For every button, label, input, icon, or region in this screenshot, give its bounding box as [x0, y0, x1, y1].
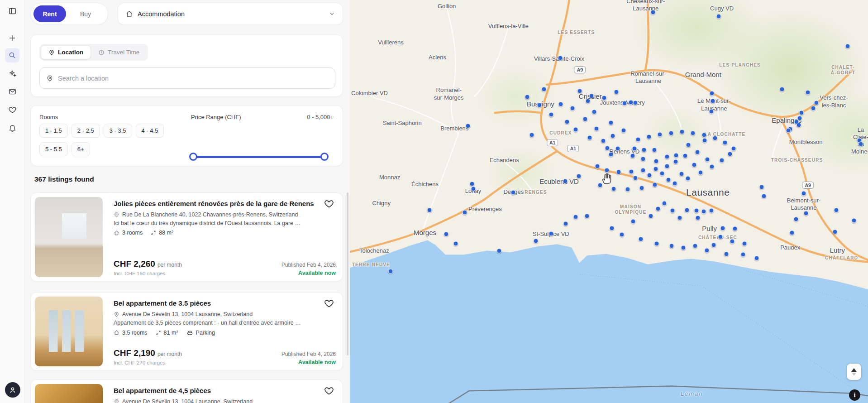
- listing-map-marker[interactable]: [673, 159, 678, 164]
- listing-map-marker[interactable]: [710, 98, 715, 103]
- listing-map-marker[interactable]: [672, 181, 677, 186]
- listing-map-marker[interactable]: [471, 187, 476, 192]
- listing-map-marker[interactable]: [789, 230, 794, 235]
- zoom-out-arrow[interactable]: [852, 373, 856, 376]
- zoom-in-arrow[interactable]: [851, 368, 857, 372]
- listing-map-marker[interactable]: [388, 269, 393, 273]
- listing-map-marker[interactable]: [834, 207, 839, 212]
- listing-map-marker[interactable]: [602, 96, 607, 101]
- listing-map-marker[interactable]: [641, 168, 646, 173]
- price-range-slider[interactable]: [191, 153, 327, 161]
- search-input[interactable]: [58, 75, 329, 82]
- listing-map-marker[interactable]: [620, 232, 625, 237]
- listing-map-marker[interactable]: [558, 101, 563, 106]
- listing-map-marker[interactable]: [679, 130, 684, 134]
- messages-mail-icon[interactable]: [5, 84, 19, 99]
- listing-map-marker[interactable]: [585, 214, 590, 219]
- rent-button[interactable]: Rent: [33, 5, 66, 22]
- listing-map-marker[interactable]: [696, 216, 701, 221]
- listing-map-marker[interactable]: [657, 132, 662, 137]
- listing-map-marker[interactable]: [720, 158, 725, 163]
- listing-map-marker[interactable]: [722, 140, 727, 145]
- listing-map-marker[interactable]: [610, 225, 615, 230]
- room-filter-chip[interactable]: 1 - 1.5: [39, 124, 68, 138]
- listing-map-marker[interactable]: [563, 178, 568, 183]
- listing-map-marker[interactable]: [709, 109, 714, 114]
- panel-toggle-icon[interactable]: [5, 4, 19, 18]
- listing-map-marker[interactable]: [582, 116, 587, 121]
- tab-location[interactable]: Location: [41, 45, 91, 59]
- user-avatar[interactable]: [5, 382, 20, 398]
- listing-map-marker[interactable]: [496, 248, 501, 253]
- listing-map-marker[interactable]: [806, 90, 811, 95]
- listing-map-marker[interactable]: [622, 101, 627, 106]
- listing-map-marker[interactable]: [653, 159, 658, 164]
- listing-map-marker[interactable]: [656, 206, 661, 211]
- listing-map-marker[interactable]: [616, 170, 621, 175]
- tab-travel-time[interactable]: Travel Time: [91, 45, 147, 59]
- listing-map-marker[interactable]: [631, 219, 636, 224]
- listing-card[interactable]: Bel appartement de 4,5 pièces Avenue De …: [30, 379, 343, 403]
- listing-map-marker[interactable]: [621, 128, 626, 133]
- listing-map-marker[interactable]: [639, 185, 644, 190]
- listing-map-marker[interactable]: [664, 154, 669, 159]
- room-filter-chip[interactable]: 2 - 2.5: [72, 124, 100, 138]
- slider-handle-min[interactable]: [189, 153, 197, 161]
- map-zoom-control[interactable]: [847, 364, 861, 380]
- listing-map-marker[interactable]: [594, 126, 599, 131]
- listing-map-marker[interactable]: [653, 166, 658, 171]
- listing-map-marker[interactable]: [525, 94, 529, 99]
- listing-map-marker[interactable]: [811, 106, 816, 111]
- favorite-heart-icon[interactable]: [324, 199, 334, 211]
- listing-map-marker[interactable]: [598, 183, 603, 188]
- listing-map-marker[interactable]: [652, 148, 657, 153]
- listing-map-marker[interactable]: [630, 153, 635, 158]
- listing-map-marker[interactable]: [742, 241, 747, 246]
- listing-map-marker[interactable]: [705, 157, 710, 162]
- listing-map-marker[interactable]: [692, 163, 697, 168]
- listing-map-marker[interactable]: [685, 207, 690, 212]
- listing-map-marker[interactable]: [601, 138, 606, 143]
- listing-map-marker[interactable]: [694, 208, 699, 213]
- listing-card[interactable]: Jolies pièces entièrement rénovées près …: [30, 192, 343, 282]
- listing-map-marker[interactable]: [695, 150, 700, 155]
- map-canvas[interactable]: GollionVufflens-la-VilleVullierensAclens…: [350, 0, 868, 403]
- listing-map-marker[interactable]: [713, 136, 718, 141]
- listing-map-marker[interactable]: [704, 248, 709, 253]
- listing-map-marker[interactable]: [589, 93, 594, 98]
- listing-map-marker[interactable]: [858, 141, 863, 146]
- listing-map-marker[interactable]: [759, 184, 764, 189]
- listing-map-marker[interactable]: [741, 252, 746, 257]
- listing-map-marker[interactable]: [463, 210, 467, 215]
- listing-map-marker[interactable]: [679, 171, 684, 176]
- listing-map-marker[interactable]: [677, 216, 682, 221]
- listing-map-marker[interactable]: [537, 103, 542, 108]
- listing-map-marker[interactable]: [852, 218, 857, 223]
- location-search-field[interactable]: [39, 67, 335, 89]
- listing-map-marker[interactable]: [674, 153, 679, 158]
- listing-map-marker[interactable]: [609, 120, 614, 125]
- listing-map-marker[interactable]: [610, 133, 615, 138]
- listing-card[interactable]: Bel appartement de 3.5 pièces Avenue De …: [30, 292, 343, 371]
- listing-map-marker[interactable]: [724, 251, 729, 256]
- listing-map-marker[interactable]: [510, 190, 515, 195]
- listing-map-marker[interactable]: [720, 225, 725, 230]
- listing-map-marker[interactable]: [668, 130, 673, 135]
- listing-map-marker[interactable]: [666, 177, 671, 182]
- listing-map-marker[interactable]: [629, 169, 634, 174]
- listing-map-marker[interactable]: [681, 245, 686, 250]
- listing-map-marker[interactable]: [639, 236, 644, 241]
- listing-map-marker[interactable]: [799, 110, 804, 115]
- listing-map-marker[interactable]: [558, 56, 563, 61]
- listing-map-marker[interactable]: [605, 145, 610, 150]
- listing-map-marker[interactable]: [615, 146, 620, 151]
- listing-map-marker[interactable]: [845, 44, 850, 49]
- listing-map-marker[interactable]: [635, 137, 640, 142]
- listing-map-marker[interactable]: [444, 232, 448, 237]
- listing-map-marker[interactable]: [662, 201, 667, 206]
- room-filter-chip[interactable]: 6+: [72, 142, 90, 156]
- listing-map-marker[interactable]: [604, 168, 609, 173]
- listing-map-marker[interactable]: [529, 133, 534, 138]
- listing-map-marker[interactable]: [577, 173, 582, 178]
- favorite-heart-icon[interactable]: [324, 298, 334, 310]
